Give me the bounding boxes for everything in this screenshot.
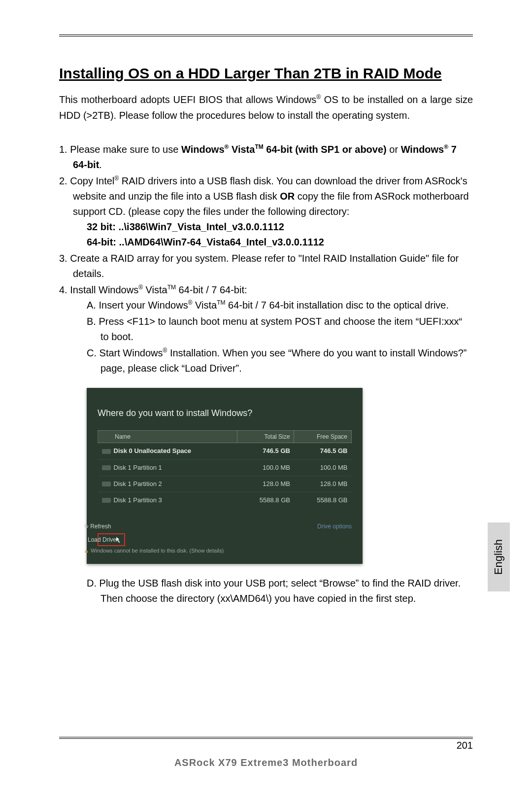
step-3: 3. Create a RAID array for you system. P…	[59, 251, 473, 281]
bottom-rule	[59, 737, 473, 739]
disk-icon	[102, 482, 111, 486]
intro-pre: This motherboard adopts UEFI BIOS that a…	[59, 94, 316, 105]
table-row: Disk 1 Partition 2128.0 MB128.0 MB	[98, 476, 352, 492]
disk-icon	[102, 449, 111, 454]
screenshot-actions: Refresh Load Driver Drive options	[98, 522, 352, 542]
step-num: 1.	[59, 144, 70, 155]
substeps: A. Insert your Windows® VistaTM 64-bit /…	[73, 298, 473, 376]
intro-paragraph: This motherboard adopts UEFI BIOS that a…	[59, 92, 473, 123]
step-body: Install Windows® VistaTM 64-bit / 7 64-b…	[70, 284, 247, 295]
path-64bit: 64-bit: ..\AMD64\Win7-64_Vista64_Intel_v…	[87, 237, 324, 247]
table-row: Disk 1 Partition 35588.8 GB5588.8 GB	[98, 492, 352, 508]
top-rule	[59, 35, 473, 36]
substep-d: D. Plug the USB flash disk into your USB…	[87, 576, 473, 606]
steps-list: 1. Please make sure to use Windows® Vist…	[59, 142, 473, 606]
document-page: Installing OS on a HDD Larger Than 2TB i…	[0, 0, 532, 798]
step-num: 2.	[59, 175, 70, 186]
step-num: 4.	[59, 284, 70, 295]
disk-table: Name Total Size Free Space Disk 0 Unallo…	[98, 430, 352, 508]
screenshot-wrap: Where do you want to install Windows? Na…	[87, 388, 473, 564]
language-tab: English	[488, 522, 510, 591]
path-block: 32 bit: ..\i386\Win7_Vista_Intel_v3.0.0.…	[73, 219, 473, 250]
screenshot-warning: Windows cannot be installed to this disk…	[98, 547, 352, 555]
step-num: 3.	[59, 253, 70, 264]
refresh-link: Refresh	[98, 522, 352, 531]
step-body: Create a RAID array for you system. Plea…	[70, 253, 459, 279]
substep-b: B. Press <F11> to launch boot menu at sy…	[87, 314, 473, 345]
substeps-cont: D. Plug the USB flash disk into your USB…	[73, 576, 473, 606]
install-screenshot: Where do you want to install Windows? Na…	[87, 388, 363, 564]
language-label: English	[493, 539, 505, 575]
col-free: Free Space	[294, 430, 352, 443]
substep-c: C. Start Windows® Installation. When you…	[87, 346, 473, 376]
screenshot-question: Where do you want to install Windows?	[111, 407, 352, 420]
drive-options-link: Drive options	[331, 522, 352, 531]
col-total: Total Size	[237, 430, 294, 443]
load-driver-link: Load Driver	[98, 533, 125, 547]
footer-text: ASRock X79 Extreme3 Motherboard	[0, 757, 532, 768]
path-32bit: 32 bit: ..\i386\Win7_Vista_Intel_v3.0.0.…	[87, 221, 284, 232]
substep-a: A. Insert your Windows® VistaTM 64-bit /…	[87, 298, 473, 313]
reg-sup: ®	[316, 94, 321, 101]
table-row: Disk 0 Unallocated Space746.5 GB746.5 GB	[98, 443, 352, 459]
step-1: 1. Please make sure to use Windows® Vist…	[59, 142, 473, 173]
disk-icon	[102, 498, 111, 503]
step-2: 2. Copy Intel® RAID drivers into a USB f…	[59, 173, 473, 250]
step-body: Please make sure to use Windows® VistaTM…	[70, 144, 457, 170]
page-title: Installing OS on a HDD Larger Than 2TB i…	[59, 64, 473, 83]
col-name: Name	[115, 433, 131, 440]
table-row: Disk 1 Partition 1100.0 MB100.0 MB	[98, 459, 352, 476]
step-4: 4. Install Windows® VistaTM 64-bit / 7 6…	[59, 282, 473, 606]
page-number: 201	[453, 740, 473, 751]
step-body: Copy Intel® RAID drivers into a USB flas…	[70, 175, 468, 217]
bold-text: Windows® VistaTM 64-bit (with SP1 or abo…	[181, 144, 387, 155]
disk-icon	[102, 465, 111, 470]
